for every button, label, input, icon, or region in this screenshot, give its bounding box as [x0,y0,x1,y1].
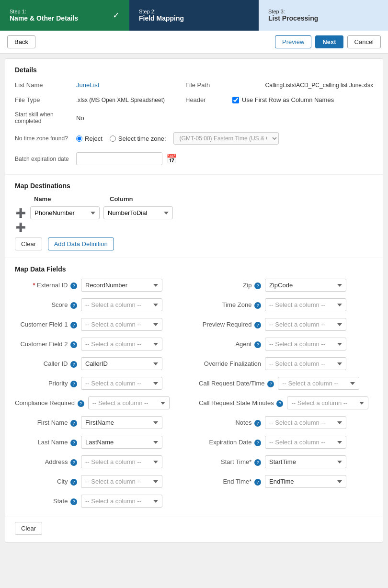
bottom-clear-button[interactable]: Clear [15,522,42,535]
priority-help[interactable]: ? [70,381,77,387]
expiration-help[interactable]: ? [254,440,261,446]
map-destinations-title: Map Destinations [15,182,373,190]
batch-expiration-input[interactable] [76,152,162,165]
select-tz-radio[interactable] [110,136,116,142]
field-row-notes: Notes ? -- Select a column -- [199,416,373,429]
stale-label: Call Request Stale Minutes ? [199,399,283,407]
compliance-select[interactable]: -- Select a column -- [88,396,170,409]
zip-help[interactable]: ? [254,283,261,289]
callerid-label: Caller ID ? [15,360,77,368]
starttime-select[interactable]: StartTime [265,455,346,468]
next-button[interactable]: Next [315,35,343,48]
map-dest-header: Name Column [15,195,373,203]
notes-help[interactable]: ? [254,420,261,427]
score-select[interactable]: -- Select a column -- [81,298,162,311]
step2-label: Step 2: [139,9,184,14]
field-row-city: City ? -- Select a column -- [15,475,189,488]
calendar-icon[interactable]: 📅 [166,154,177,164]
preview-button[interactable]: Preview [275,35,311,48]
firstname-help[interactable]: ? [70,420,77,427]
clear-dest-button[interactable]: Clear [15,237,42,250]
date-row: 📅 [76,150,373,167]
starttime-help[interactable]: ? [254,459,261,466]
stale-select[interactable]: -- Select a column -- [287,396,368,409]
step-1: Step 1: Name & Other Details ✓ [0,0,129,31]
field-row-customer1: Customer Field 1 ? -- Select a column -- [15,318,189,331]
add-data-def-button[interactable]: Add Data Definition [48,237,114,250]
callerid-help[interactable]: ? [70,361,77,368]
list-name-value: JuneList [76,79,182,90]
dest-column-select[interactable]: NumberToDial [103,206,173,219]
address-help[interactable]: ? [70,459,77,466]
step1-label: Step 1: [10,9,78,14]
lastname-help[interactable]: ? [70,440,77,446]
callerid-select[interactable]: CallerID [81,357,162,370]
customer2-select[interactable]: -- Select a column -- [81,338,162,351]
firstname-select[interactable]: FirstName [81,416,162,429]
customer2-help[interactable]: ? [70,341,77,348]
reject-radio[interactable] [76,136,82,142]
stale-help[interactable]: ? [276,400,283,407]
city-select[interactable]: -- Select a column -- [81,475,162,488]
map-data-fields-title: Map Data Fields [15,265,373,273]
timezone-field-help[interactable]: ? [254,302,261,309]
agent-select[interactable]: -- Select a column -- [265,338,346,351]
dest-buttons: Clear Add Data Definition [15,237,373,250]
header-checkbox-label: Use First Row as Column Names [242,96,334,103]
agent-help[interactable]: ? [254,341,261,348]
customer1-select[interactable]: -- Select a column -- [81,318,162,331]
column-column-header: Column [110,195,182,203]
compliance-help[interactable]: ? [78,400,84,407]
customer1-help[interactable]: ? [70,322,77,328]
dest-name-select[interactable]: PhoneNumber [30,206,100,219]
external-id-select[interactable]: RecordNumber [81,279,162,292]
zip-select[interactable]: ZipCode [265,279,346,292]
add-row-icon-2[interactable]: ➕ [15,222,26,233]
lastname-select[interactable]: LastName [81,436,162,449]
preview-help[interactable]: ? [254,322,261,328]
timezone-select[interactable]: (GMT-05:00) Eastern Time (US & Canada) [173,132,279,145]
endtime-label: End Time* ? [199,478,261,486]
expiration-label: Expiration Date ? [199,439,261,446]
preview-label: Preview Required ? [199,321,261,328]
priority-select[interactable]: -- Select a column -- [81,377,162,390]
address-select[interactable]: -- Select a column -- [81,455,162,468]
header-label: Header [185,94,228,105]
timezone-radio-group: Reject Select time zone: (GMT-05:00) Eas… [76,130,373,147]
field-row-starttime: Start Time* ? StartTime [199,455,373,468]
field-row-expiration: Expiration Date ? -- Select a column -- [199,436,373,449]
score-help[interactable]: ? [70,302,77,309]
endtime-select[interactable]: EndTime [265,475,346,488]
cancel-button[interactable]: Cancel [347,35,381,48]
endtime-help[interactable]: ? [254,479,261,486]
callrequest-select[interactable]: -- Select a column -- [278,377,359,390]
step3-title: List Processing [268,14,318,22]
step-3: Step 3: List Processing [259,0,388,31]
state-help[interactable]: ? [70,498,77,505]
expiration-select[interactable]: -- Select a column -- [265,436,346,449]
field-row-zip: Zip ? ZipCode [199,279,373,292]
select-tz-radio-label[interactable]: Select time zone: [110,135,166,142]
field-row-override: Override Finalization -- Select a column… [199,357,373,370]
add-row-icon[interactable]: ➕ [15,208,26,218]
header-checkbox[interactable] [232,97,239,103]
priority-label: Priority ? [15,380,77,387]
header-checkbox-row: Use First Row as Column Names [232,94,373,105]
reject-radio-label[interactable]: Reject [76,135,103,142]
override-select[interactable]: -- Select a column -- [265,357,346,370]
agent-label: Agent ? [199,340,261,348]
field-row-agent: Agent ? -- Select a column -- [199,338,373,351]
external-id-help[interactable]: ? [70,283,77,289]
city-help[interactable]: ? [70,479,77,486]
preview-select[interactable]: -- Select a column -- [265,318,346,331]
file-path-label: File Path [185,79,228,90]
back-button[interactable]: Back [7,35,35,48]
field-row-timezone: Time Zone ? -- Select a column -- [199,298,373,311]
notes-select[interactable]: -- Select a column -- [265,416,346,429]
callrequest-help[interactable]: ? [267,381,274,387]
main-content: Details List Name JuneList File Path Cal… [5,58,383,543]
file-path-value: CallingLists\ACD_PC_calling list June.xl… [232,80,373,90]
timezone-field-select[interactable]: -- Select a column -- [265,298,346,311]
state-select[interactable]: -- Select a column -- [81,495,162,508]
field-row-customer2: Customer Field 2 ? -- Select a column -- [15,338,189,351]
